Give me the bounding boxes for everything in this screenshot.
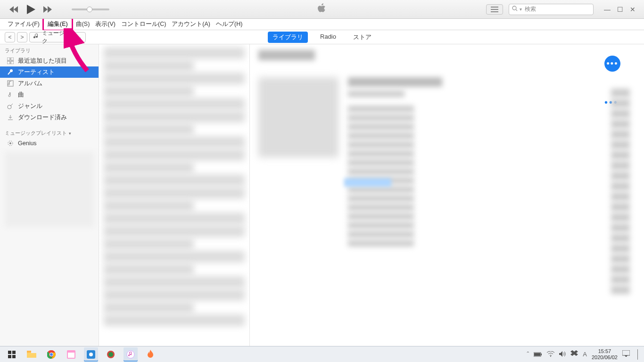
tab-radio[interactable]: Radio [315,32,341,43]
track-durations-blurred [611,87,635,296]
media-type-select[interactable]: ミュージック ⌄ [29,32,86,42]
list-item[interactable] [104,302,194,313]
list-item[interactable] [104,213,245,224]
detail-column: ••• ••• [250,44,644,346]
list-item[interactable] [104,136,245,148]
calendar-app-icon[interactable] [64,347,78,362]
wifi-icon[interactable] [547,351,554,358]
album-art-blurred[interactable] [258,77,339,157]
track-row-blurred[interactable] [348,168,414,175]
list-view-toggle[interactable] [486,4,503,15]
list-item[interactable] [104,149,245,161]
list-item[interactable] [104,98,245,110]
svg-rect-10 [8,351,11,354]
chrome-icon[interactable] [44,347,58,362]
list-item[interactable] [104,73,245,84]
app-icon-globe[interactable] [104,347,118,362]
volume-slider[interactable] [72,8,109,10]
track-row-blurred[interactable] [348,141,414,148]
list-item[interactable] [104,225,245,237]
nav-forward-button[interactable]: > [17,32,27,42]
list-item[interactable] [104,47,245,59]
svg-rect-14 [27,351,31,353]
show-desktop-button[interactable] [637,349,641,360]
track-row-blurred[interactable] [348,106,414,112]
app-icon-flame[interactable] [143,347,157,362]
sidebar-item-artists[interactable]: アーティスト [0,66,99,78]
app-icon-blue[interactable] [84,347,98,362]
menu-song[interactable]: 曲(S) [73,19,93,29]
sidebar-item-songs[interactable]: 曲 [0,89,99,100]
start-button[interactable] [5,347,19,362]
sidebar-section-library: ライブラリ [0,44,99,55]
tab-library[interactable]: ライブラリ [268,32,308,43]
list-item[interactable] [104,162,194,173]
list-item[interactable] [104,174,245,186]
chevron-down-icon: ⌄ [78,34,82,40]
window-minimize-button[interactable]: — [604,6,611,13]
track-row-blurred[interactable] [348,123,414,130]
ime-indicator[interactable]: A [583,351,587,358]
list-item[interactable] [104,123,194,135]
search-placeholder: 検索 [525,5,536,13]
menu-file[interactable]: ファイル(F) [5,19,42,29]
list-item[interactable] [104,60,194,72]
sidebar-item-albums[interactable]: アルバム [0,78,99,89]
list-item[interactable] [104,200,194,212]
list-item[interactable] [104,263,194,275]
sidebar-section-playlists[interactable]: ミュージックプレイリスト ▾ [0,123,99,138]
prev-button[interactable] [9,5,19,14]
sidebar-item-genius[interactable]: Genius [0,138,99,149]
play-button[interactable] [26,5,36,14]
artist-list-column[interactable] [99,44,250,346]
menu-controls[interactable]: コントロール(C) [118,19,169,29]
dropbox-icon[interactable] [570,350,578,358]
music-note-icon [33,33,39,41]
itunes-taskbar-icon[interactable] [124,347,138,362]
list-item[interactable] [104,276,245,288]
sidebar-item-genres[interactable]: ジャンル [0,100,99,112]
sidebar-item-label: アルバム [18,80,42,88]
menu-view[interactable]: 表示(V) [92,19,118,29]
volume-icon[interactable] [559,351,566,358]
sub-nav: < > ミュージック ⌄ ライブラリ Radio ストア [0,30,644,44]
track-row-blurred[interactable] [348,204,414,211]
track-row-blurred[interactable] [348,222,414,229]
list-item[interactable] [104,85,194,97]
tab-store[interactable]: ストア [348,32,376,43]
more-actions-button[interactable]: ••• [604,56,620,72]
search-input[interactable]: ▾ 検索 [509,4,594,15]
track-row-blurred[interactable] [348,240,414,247]
track-row-blurred[interactable] [348,213,414,220]
next-button[interactable] [43,5,53,14]
track-row-blurred[interactable] [348,115,414,121]
track-row-blurred[interactable] [348,159,414,166]
list-item[interactable] [104,238,194,250]
taskbar-clock[interactable]: 15:57 2020/06/02 [592,348,618,360]
file-explorer-icon[interactable] [25,347,39,362]
list-item[interactable] [104,111,245,123]
note-icon [7,91,14,99]
battery-icon[interactable] [534,351,542,358]
menu-help[interactable]: ヘルプ(H) [213,19,245,29]
window-close-button[interactable]: ✕ [630,6,636,13]
nav-back-button[interactable]: < [5,32,15,42]
list-item[interactable] [104,289,245,301]
track-row-blurred[interactable] [348,186,414,193]
track-row-blurred[interactable] [348,231,414,238]
tray-chevron-icon[interactable]: ˆ [527,351,529,358]
svg-point-28 [550,356,551,357]
list-item[interactable] [104,314,245,326]
window-maximize-button[interactable]: ☐ [617,6,623,13]
track-row-blurred[interactable] [348,195,414,202]
genius-icon [7,140,14,147]
selected-track-highlight [344,178,391,187]
action-center-icon[interactable] [622,350,630,358]
sidebar-item-downloaded[interactable]: ダウンロード済み [0,112,99,123]
list-item[interactable] [104,187,245,199]
sidebar-item-recently-added[interactable]: 最近追加した項目 [0,55,99,66]
list-item[interactable] [104,251,245,263]
track-row-blurred[interactable] [348,150,414,157]
menu-account[interactable]: アカウント(A) [169,19,213,29]
track-row-blurred[interactable] [348,132,414,139]
